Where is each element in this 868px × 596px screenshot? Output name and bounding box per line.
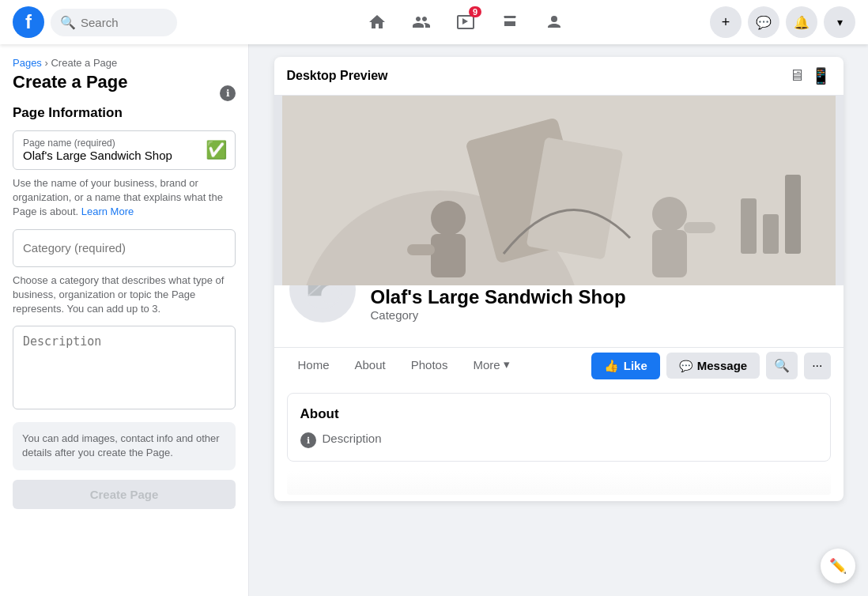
nav-about[interactable]: About (344, 349, 397, 383)
watch-nav-button[interactable]: 9 (447, 3, 485, 41)
left-panel: Pages › Create a Page Create a Page ℹ Pa… (0, 44, 249, 596)
more-options-button[interactable]: ··· (804, 353, 830, 379)
profile-name: Olaf's Large Sandwich Shop (371, 286, 626, 308)
svg-rect-11 (741, 198, 757, 254)
search-input[interactable] (81, 16, 168, 29)
page-name-helper: Use the name of your business, brand or … (13, 176, 236, 220)
marketplace-nav-button[interactable] (491, 3, 529, 41)
facebook-logo: Facebookf (13, 6, 44, 38)
info-circle-icon: ℹ (300, 432, 316, 448)
category-input[interactable] (23, 241, 225, 255)
main-layout: Pages › Create a Page Create a Page ℹ Pa… (0, 44, 868, 596)
nav-center: 9 (234, 3, 697, 41)
nav-photos[interactable]: Photos (400, 349, 459, 383)
home-nav-button[interactable] (358, 3, 396, 41)
nav-more[interactable]: More ▾ (462, 348, 520, 383)
section-title: Page Information (13, 105, 236, 121)
mobile-icon[interactable]: 📱 (811, 66, 831, 85)
svg-point-5 (431, 201, 466, 236)
about-description-item: ℹ Description (300, 432, 817, 448)
friends-nav-button[interactable] (402, 3, 440, 41)
edit-fab-button[interactable]: ✏️ (821, 549, 855, 583)
learn-more-link[interactable]: Learn More (81, 206, 134, 217)
svg-point-8 (652, 197, 687, 232)
svg-rect-7 (407, 244, 435, 255)
like-button[interactable]: 👍 Like (591, 353, 660, 379)
category-helper: Choose a category that describes what ty… (13, 273, 236, 317)
messenger-icon: 💬 (679, 360, 693, 372)
nav-right: + 💬 🔔 ▾ (697, 6, 855, 38)
page-nav-actions: 👍 Like 💬 Message 🔍 ··· (591, 352, 831, 379)
page-name-field[interactable]: Page name (required) ✅ (13, 130, 236, 170)
page-name-input[interactable] (23, 149, 225, 162)
watch-badge: 9 (469, 6, 481, 17)
preview-icons: 🖥 📱 (789, 66, 831, 85)
info-icon[interactable]: ℹ (220, 85, 236, 101)
description-field[interactable] (13, 326, 236, 409)
svg-rect-12 (763, 214, 779, 254)
svg-point-16 (321, 285, 339, 304)
about-section-title: About (300, 406, 817, 422)
cover-photo (274, 96, 843, 285)
about-section: About ℹ Description (287, 393, 831, 462)
top-navigation: Facebookf 🔍 9 + 💬 🔔 ▾ (0, 0, 868, 44)
svg-rect-6 (431, 234, 466, 277)
chevron-down-icon: ▾ (504, 357, 510, 372)
category-field[interactable] (13, 229, 236, 267)
account-button[interactable]: ▾ (824, 6, 855, 38)
groups-nav-button[interactable] (535, 3, 573, 41)
search-icon: 🔍 (60, 15, 76, 30)
create-page-button[interactable]: Create Page (13, 480, 236, 509)
footer-note: You can add images, contact info and oth… (13, 422, 236, 470)
description-textarea[interactable] (23, 334, 225, 398)
nav-home[interactable]: Home (287, 349, 341, 383)
preview-footer-fade (287, 471, 831, 495)
profile-info: Olaf's Large Sandwich Shop Category (371, 286, 626, 325)
right-panel: Desktop Preview 🖥 📱 (249, 44, 868, 596)
message-button[interactable]: 💬 Message (666, 353, 760, 379)
add-button[interactable]: + (710, 6, 742, 38)
svg-rect-13 (785, 175, 801, 254)
search-box[interactable]: 🔍 (51, 9, 177, 36)
messenger-button[interactable]: 💬 (748, 6, 779, 38)
page-name-label: Page name (required) (23, 138, 225, 149)
like-icon: 👍 (604, 359, 619, 373)
page-navigation: Home About Photos More ▾ 👍 Like 💬 Messag… (274, 347, 843, 383)
nav-left: Facebookf 🔍 (13, 6, 234, 38)
svg-rect-9 (652, 230, 687, 277)
svg-point-0 (551, 16, 557, 22)
breadcrumb-pages-link[interactable]: Pages (13, 57, 42, 69)
preview-title: Desktop Preview (287, 69, 388, 83)
svg-rect-10 (684, 222, 715, 233)
desktop-icon[interactable]: 🖥 (789, 66, 805, 85)
profile-category: Category (371, 308, 626, 322)
breadcrumb: Pages › Create a Page (13, 57, 128, 69)
search-page-button[interactable]: 🔍 (766, 352, 798, 379)
page-title: Create a Page (13, 72, 128, 92)
preview-header: Desktop Preview 🖥 📱 (274, 57, 843, 96)
notifications-button[interactable]: 🔔 (786, 6, 817, 38)
check-icon: ✅ (206, 140, 227, 160)
preview-container: Desktop Preview 🖥 📱 (274, 57, 843, 501)
